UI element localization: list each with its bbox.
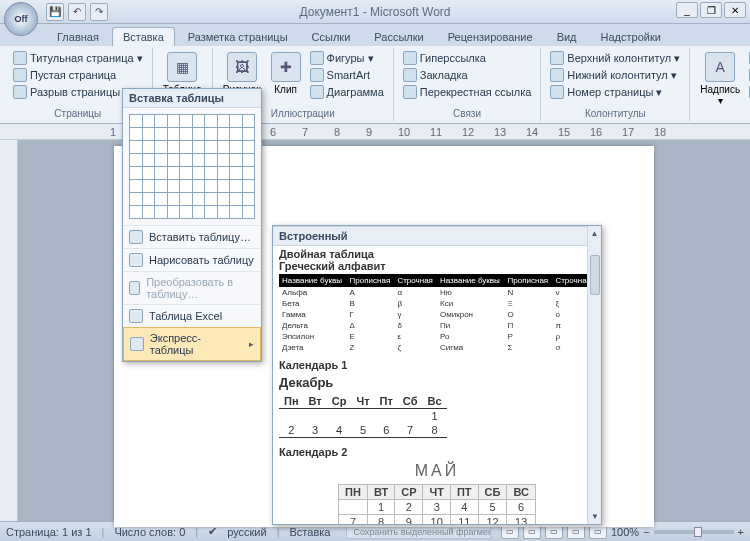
cover-page-button[interactable]: Титульная страница ▾ <box>10 50 146 66</box>
blank-page-icon <box>13 68 27 82</box>
tab-addins[interactable]: Надстройки <box>590 27 672 46</box>
horizontal-ruler[interactable]: 123456789101112131415161718 <box>0 124 750 140</box>
footer-button[interactable]: Нижний колонтитул ▾ <box>547 67 683 83</box>
crossref-button[interactable]: Перекрестная ссылка <box>400 84 535 100</box>
insert-table-menu[interactable]: Вставить таблицу… <box>123 225 261 248</box>
draw-table-menu[interactable]: Нарисовать таблицу <box>123 248 261 271</box>
textbox-icon: A <box>705 52 735 82</box>
tab-view[interactable]: Вид <box>546 27 588 46</box>
gallery-section-builtin: Встроенный <box>273 226 601 246</box>
gallery-item-calendar-1[interactable]: Календарь 1 Декабрь ПнВтСрЧтПтСбВс123456… <box>273 355 601 442</box>
dropcap-button[interactable]: Буквица ▾ <box>746 84 750 100</box>
close-button[interactable]: ✕ <box>724 2 746 18</box>
shapes-icon <box>310 51 324 65</box>
ribbon: Титульная страница ▾ Пустая страница Раз… <box>0 46 750 124</box>
maximize-button[interactable]: ❐ <box>700 2 722 18</box>
blank-page-button[interactable]: Пустая страница <box>10 67 146 83</box>
insert-table-icon <box>129 230 143 244</box>
bookmark-button[interactable]: Закладка <box>400 67 535 83</box>
table-grid-selector[interactable] <box>123 108 261 225</box>
group-headers-label: Колонтитулы <box>547 106 683 119</box>
page-break-icon <box>13 85 27 99</box>
textbox-button[interactable]: AНадпись▾ <box>696 50 744 108</box>
submenu-arrow-icon: ▸ <box>249 339 254 349</box>
tab-review[interactable]: Рецензирование <box>437 27 544 46</box>
clip-icon: ✚ <box>271 52 301 82</box>
window-title: Документ1 - Microsoft Word <box>299 5 450 19</box>
pagenum-icon <box>550 85 564 99</box>
hyperlink-button[interactable]: Гиперссылка <box>400 50 535 66</box>
convert-table-menu: Преобразовать в таблицу… <box>123 271 261 304</box>
hyperlink-icon <box>403 51 417 65</box>
bookmark-icon <box>403 68 417 82</box>
status-mode[interactable]: Вставка <box>290 526 331 538</box>
smartart-button[interactable]: SmartArt <box>307 67 387 83</box>
quick-tables-gallery: ▲▼ Встроенный Двойная таблица Греческий … <box>272 225 602 525</box>
footer-icon <box>550 68 564 82</box>
zoom-label[interactable]: 100% <box>611 526 639 538</box>
qat-save[interactable]: 💾 <box>46 3 64 21</box>
table-dropdown-header: Вставка таблицы <box>123 89 261 108</box>
header-button[interactable]: Верхний колонтитул ▾ <box>547 50 683 66</box>
quick-tables-icon <box>130 337 144 351</box>
group-text-label: Текст <box>696 108 750 121</box>
convert-table-icon <box>129 281 140 295</box>
chart-button[interactable]: Диаграмма <box>307 84 387 100</box>
picture-icon: 🖼 <box>227 52 257 82</box>
tab-page-layout[interactable]: Разметка страницы <box>177 27 299 46</box>
tab-home[interactable]: Главная <box>46 27 110 46</box>
group-links-label: Связи <box>400 106 535 119</box>
quickparts-button[interactable]: Экспресс-блоки ▾ <box>746 50 750 66</box>
pagenum-button[interactable]: Номер страницы ▾ <box>547 84 683 100</box>
crossref-icon <box>403 85 417 99</box>
tab-insert[interactable]: Вставка <box>112 27 175 46</box>
gallery-item-calendar-2[interactable]: Календарь 2 МАЙ ПНВТСРЧТПТСБВС1234567891… <box>273 442 601 525</box>
status-words[interactable]: Число слов: 0 <box>114 526 185 538</box>
zoom-in[interactable]: + <box>738 526 744 538</box>
shapes-button[interactable]: Фигуры ▾ <box>307 50 387 66</box>
status-lang[interactable]: русский <box>227 526 266 538</box>
table-icon: ▦ <box>167 52 197 82</box>
zoom-out[interactable]: − <box>643 526 649 538</box>
quick-tables-menu[interactable]: Экспресс-таблицы▸ <box>123 327 261 361</box>
gallery-scrollbar[interactable]: ▲▼ <box>587 226 601 524</box>
smartart-icon <box>310 68 324 82</box>
wordart-button[interactable]: WordArt ▾ <box>746 67 750 83</box>
qat-redo[interactable]: ↷ <box>90 3 108 21</box>
draw-table-icon <box>129 253 143 267</box>
cover-page-icon <box>13 51 27 65</box>
header-icon <box>550 51 564 65</box>
excel-table-menu[interactable]: Таблица Excel <box>123 304 261 327</box>
qat-undo[interactable]: ↶ <box>68 3 86 21</box>
minimize-button[interactable]: _ <box>676 2 698 18</box>
status-page[interactable]: Страница: 1 из 1 <box>6 526 92 538</box>
zoom-slider[interactable] <box>654 530 734 534</box>
tab-mailings[interactable]: Рассылки <box>363 27 434 46</box>
office-button[interactable]: Off <box>4 2 38 36</box>
gallery-item-double-table[interactable]: Двойная таблица Греческий алфавит Назван… <box>273 246 601 355</box>
excel-table-icon <box>129 309 143 323</box>
clip-button[interactable]: ✚Клип <box>267 50 305 97</box>
tab-references[interactable]: Ссылки <box>301 27 362 46</box>
table-dropdown: Вставка таблицы Вставить таблицу… Нарисо… <box>122 88 262 362</box>
chart-icon <box>310 85 324 99</box>
vertical-ruler[interactable] <box>0 140 18 521</box>
